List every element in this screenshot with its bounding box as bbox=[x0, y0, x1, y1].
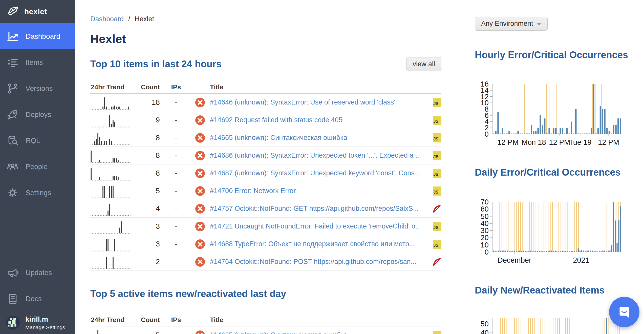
main-content: Dashboard / Hexlet Hexlet Top 10 items i… bbox=[75, 0, 644, 334]
people-icon bbox=[7, 161, 18, 173]
column-header-title: Title bbox=[210, 83, 429, 91]
ips-cell: - bbox=[162, 222, 190, 230]
js-language-badge: JS bbox=[433, 116, 441, 125]
sidebar-nav-bottom: UpdatesDocs bbox=[0, 260, 75, 312]
megaphone-icon bbox=[7, 267, 18, 279]
trend-sparkline bbox=[90, 238, 131, 252]
error-level-icon bbox=[190, 257, 210, 267]
table-header: 24hr TrendCountIPsTitle bbox=[90, 314, 441, 326]
daily-occurrences-chart: 010203040506070December2021 bbox=[475, 199, 624, 263]
svg-text:2021: 2021 bbox=[573, 256, 589, 263]
sidebar-item-versions[interactable]: Versions bbox=[0, 75, 75, 101]
count-cell: 3 bbox=[132, 222, 162, 231]
column-header-24hr-trend: 24hr Trend bbox=[90, 316, 132, 324]
item-title-link[interactable]: #14721 Uncaught NotFoundError: Failed to… bbox=[210, 222, 429, 230]
top10-section-header: Top 10 items in last 24 hours view all bbox=[90, 57, 441, 71]
hourly-chart-heading: Hourly Error/Critical Occurrences bbox=[475, 50, 628, 60]
trend-sparkline bbox=[90, 203, 131, 216]
trend-sparkline bbox=[90, 185, 131, 198]
item-title-link[interactable]: #14700 Error: Network Error bbox=[210, 187, 429, 195]
error-level-icon bbox=[190, 115, 210, 125]
trend-sparkline bbox=[90, 132, 131, 145]
column-header-count: Count bbox=[132, 316, 162, 324]
trend-sparkline bbox=[90, 221, 131, 234]
environment-filter-dropdown[interactable]: Any Environment bbox=[475, 17, 548, 31]
sidebar-item-label: Settings bbox=[26, 189, 51, 197]
view-all-button[interactable]: view all bbox=[406, 57, 441, 71]
error-level-icon bbox=[190, 98, 210, 107]
count-cell: 8 bbox=[132, 134, 162, 142]
branch-icon bbox=[7, 83, 18, 94]
book-icon bbox=[7, 293, 18, 305]
gear-icon bbox=[7, 187, 18, 199]
sidebar-nav: DashboardItemsVersionsDeploysRQLPeopleSe… bbox=[0, 23, 75, 206]
sidebar-user[interactable]: kirill.m Manage Settings bbox=[0, 312, 75, 334]
svg-text:16: 16 bbox=[481, 81, 489, 88]
trend-sparkline bbox=[90, 168, 131, 181]
count-cell: 5 bbox=[132, 331, 162, 334]
item-title-link[interactable]: #14764 Octokit::NotFound: POST https://a… bbox=[210, 258, 429, 266]
table-row: 5-#14665 (unknown): Синтаксическая ошибк… bbox=[90, 326, 441, 334]
sidebar-item-people[interactable]: People bbox=[0, 154, 75, 180]
ruby-language-badge bbox=[432, 257, 441, 266]
page-title: Hexlet bbox=[90, 32, 126, 46]
app-logo[interactable]: hexlet bbox=[0, 0, 75, 23]
js-language-badge: JS bbox=[433, 133, 441, 142]
js-language-badge: JS bbox=[433, 222, 441, 231]
list-icon bbox=[7, 57, 18, 68]
table-row: 8-#14687 (unknown): SyntaxError: Unexpec… bbox=[90, 164, 441, 182]
column-header-24hr-trend: 24hr Trend bbox=[90, 83, 132, 91]
sidebar-item-updates[interactable]: Updates bbox=[0, 260, 75, 286]
table-header: 24hr TrendCountIPsTitle bbox=[90, 81, 441, 94]
svg-text:12 PM: 12 PM bbox=[598, 138, 619, 145]
count-cell: 2 bbox=[132, 258, 162, 266]
chat-launcher-button[interactable] bbox=[609, 297, 639, 327]
count-cell: 3 bbox=[132, 240, 162, 248]
hourly-occurrences-chart: 024681012141612 PMMon 1812 PMTue 1912 PM bbox=[475, 81, 624, 145]
error-level-icon bbox=[190, 151, 210, 160]
error-level-icon bbox=[190, 239, 210, 249]
trend-sparkline bbox=[90, 329, 131, 334]
svg-text:70: 70 bbox=[481, 199, 489, 206]
item-title-link[interactable]: #14688 TypeError: Объект не поддерживает… bbox=[210, 240, 429, 248]
item-title-link[interactable]: #14692 Request failed with status code 4… bbox=[210, 116, 429, 124]
item-title-link[interactable]: #14686 (unknown): SyntaxError: Unexpecte… bbox=[210, 152, 429, 159]
language-badge-cell: JS bbox=[429, 222, 441, 231]
daily-chart-heading: Daily Error/Critical Occurrences bbox=[475, 167, 621, 178]
item-title-link[interactable]: #14757 Octokit::NotFound: GET https://ap… bbox=[210, 205, 429, 213]
trend-sparkline bbox=[90, 150, 131, 163]
item-title-link[interactable]: #14665 (unknown): Синтаксическая ошибка bbox=[210, 134, 429, 142]
daily-new-items-heading: Daily New/Reactivated Items bbox=[475, 285, 605, 296]
item-title-link[interactable]: #14646 (unknown): SyntaxError: Use of re… bbox=[210, 98, 429, 106]
table-row: 8-#14665 (unknown): Синтаксическая ошибк… bbox=[90, 129, 441, 147]
language-badge-cell: JS bbox=[429, 240, 441, 249]
error-level-icon bbox=[190, 186, 210, 196]
sidebar-item-label: Dashboard bbox=[26, 32, 60, 40]
rocket-icon bbox=[7, 109, 18, 120]
language-badge-cell: JS bbox=[429, 331, 441, 334]
sidebar-item-settings[interactable]: Settings bbox=[0, 180, 75, 206]
sidebar-item-deploys[interactable]: Deploys bbox=[0, 101, 75, 128]
language-badge-cell bbox=[429, 204, 441, 213]
sidebar-item-rql[interactable]: RQL bbox=[0, 128, 75, 154]
item-title-link[interactable]: #14665 (unknown): Синтаксическая ошибка bbox=[210, 331, 429, 334]
js-language-badge: JS bbox=[433, 331, 441, 334]
chevron-down-icon bbox=[537, 23, 541, 26]
ips-cell: - bbox=[162, 205, 190, 213]
table-row: 9-#14692 Request failed with status code… bbox=[90, 111, 441, 129]
breadcrumb-dashboard-link[interactable]: Dashboard bbox=[90, 15, 124, 23]
sidebar-item-dashboard[interactable]: Dashboard bbox=[0, 23, 75, 49]
error-level-icon bbox=[190, 169, 210, 178]
top10-heading: Top 10 items in last 24 hours bbox=[90, 59, 222, 70]
trend-sparkline bbox=[90, 97, 131, 110]
daily-new-items-chart: 5040 bbox=[475, 315, 624, 334]
sidebar-item-docs[interactable]: Docs bbox=[0, 286, 75, 312]
count-cell: 9 bbox=[132, 116, 162, 124]
hexlet-logo-icon bbox=[7, 5, 19, 18]
svg-text:20: 20 bbox=[481, 234, 489, 242]
sidebar-item-label: Updates bbox=[26, 269, 52, 277]
sidebar-item-items[interactable]: Items bbox=[0, 49, 75, 75]
item-title-link[interactable]: #14687 (unknown): SyntaxError: Unexpecte… bbox=[210, 169, 429, 177]
js-language-badge: JS bbox=[433, 98, 441, 107]
js-language-badge: JS bbox=[433, 151, 441, 160]
